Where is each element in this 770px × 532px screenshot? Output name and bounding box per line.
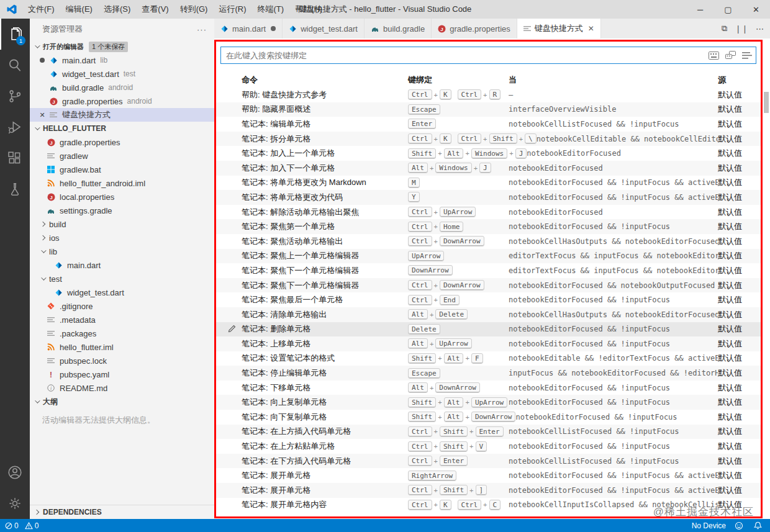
open-editor-item[interactable]: build.gradleandroid <box>30 81 214 94</box>
keybinding-row[interactable]: 笔记本: 删除单元格DeletenotebookEditorFocused &&… <box>214 322 763 337</box>
keybinding-row[interactable]: 笔记本: 聚焦下一个单元格编辑器DownArroweditorTextFocus… <box>214 263 763 278</box>
edit-pencil-icon[interactable] <box>228 325 236 335</box>
tab-键盘快捷方式[interactable]: 键盘快捷方式✕ <box>517 19 601 38</box>
more-actions-icon[interactable]: ⋯ <box>756 24 764 34</box>
keybinding-row[interactable]: 笔记本: 设置笔记本的格式Shift+Alt+FnotebookEditable… <box>214 351 763 366</box>
maximize-button[interactable]: ▢ <box>714 0 742 19</box>
open-shortcuts-json-icon[interactable]: ⧉ <box>722 24 727 34</box>
menu-item-t[interactable]: 终端(T) <box>251 4 289 14</box>
keybinding-row[interactable]: 笔记本: 将单元格更改为代码YnotebookEditorFocused && … <box>214 190 763 205</box>
outline-section-header[interactable]: 大纲 <box>30 395 214 408</box>
activity-run-debug-icon[interactable] <box>0 112 30 143</box>
keybinding-row[interactable]: 笔记本: 停止编辑单元格EscapeinputFocus && notebook… <box>214 366 763 381</box>
keybinding-row[interactable]: 笔记本: 聚焦最后一个单元格Ctrl+EndnotebookEditorFocu… <box>214 292 763 307</box>
keyboard-layouts-icon[interactable] <box>725 51 736 60</box>
close-icon[interactable]: ✕ <box>588 24 594 33</box>
tree-item[interactable]: Jgradle.properties <box>30 135 214 149</box>
keybinding-row[interactable]: 笔记本: 拆分单元格Ctrl+KCtrl+Shift+\notebookCell… <box>214 132 763 147</box>
feedback-icon[interactable] <box>735 521 745 530</box>
activity-explorer-icon[interactable]: 1 <box>0 19 30 50</box>
device-selector[interactable]: No Device <box>692 521 726 530</box>
activity-settings-icon[interactable] <box>0 488 30 519</box>
tree-item[interactable]: settings.gradle <box>30 204 214 217</box>
keybinding-row[interactable]: 帮助: 键盘快捷方式参考Ctrl+KCtrl+R—默认值 <box>214 88 763 102</box>
tree-item[interactable]: gradlew.bat <box>30 163 214 176</box>
tab-main-dart[interactable]: main.dart <box>214 19 283 38</box>
menu-item-f[interactable]: 文件(F) <box>22 4 60 14</box>
keybinding-row[interactable]: 笔记本: 清除单元格输出Alt+DeletenotebookCellHasOut… <box>214 307 763 322</box>
keybinding-row[interactable]: 帮助: 隐藏界面概述EscapeinterfaceOverviewVisible… <box>214 102 763 117</box>
keybinding-row[interactable]: 笔记本: 聚焦下一个单元格编辑器Ctrl+DownArrownotebookEd… <box>214 278 763 293</box>
keybinding-row[interactable]: 笔记本: 向下复制单元格Shift+Alt+DownArrownotebookE… <box>214 410 763 425</box>
tab-gradle-properties[interactable]: Jgradle.properties <box>432 19 517 38</box>
keybinding-row[interactable]: 笔记本: 聚焦活动单元格输出Ctrl+DownArrownotebookCell… <box>214 234 763 249</box>
tree-item[interactable]: .gitignore <box>30 299 214 313</box>
record-keys-icon[interactable] <box>709 52 719 60</box>
keybinding-row[interactable]: 笔记本: 解除活动单元格输出聚焦Ctrl+UpArrownotebookEdit… <box>214 205 763 220</box>
tree-item[interactable]: iREADME.md <box>30 381 214 395</box>
open-editor-item[interactable]: Jgradle.propertiesandroid <box>30 94 214 108</box>
keybinding-row[interactable]: 笔记本: 下移单元格Alt+DownArrownotebookEditorFoc… <box>214 381 763 395</box>
tree-item[interactable]: .packages <box>30 327 214 340</box>
menu-item-v[interactable]: 查看(V) <box>136 4 174 14</box>
activity-source-control-icon[interactable] <box>0 81 30 112</box>
column-source[interactable]: 源 <box>718 74 763 86</box>
keybinding-row[interactable]: 笔记本: 加入下一个单元格Alt+Windows+JnotebookEditor… <box>214 161 763 176</box>
activity-testing-icon[interactable] <box>0 174 30 205</box>
menu-item-s[interactable]: 选择(S) <box>98 4 136 14</box>
open-editor-item[interactable]: main.dartlib <box>30 53 214 67</box>
tab-widget_test-dart[interactable]: widget_test.dart <box>283 19 365 38</box>
tree-item[interactable]: gradlew <box>30 149 214 163</box>
tree-item[interactable]: .metadata <box>30 313 214 327</box>
tree-item[interactable]: widget_test.dart <box>30 286 214 299</box>
keybindings-search-input[interactable] <box>226 51 702 60</box>
problems-indicator[interactable]: 0 <box>5 521 19 530</box>
keybinding-row[interactable]: 笔记本: 上移单元格Alt+UpArrownotebookEditorFocus… <box>214 336 763 351</box>
tree-item-folder[interactable]: test <box>30 272 214 286</box>
split-editor-icon[interactable]: ❘❘ <box>735 24 748 34</box>
column-command[interactable]: 命令 <box>242 74 408 86</box>
keybinding-row[interactable]: 笔记本: 聚焦上一个单元格编辑器UpArroweditorTextFocus &… <box>214 249 763 264</box>
sidebar-more-actions-icon[interactable]: ··· <box>197 25 207 34</box>
keybinding-row[interactable]: 笔记本: 在下方插入代码单元格Ctrl+EnternotebookCellLis… <box>214 454 763 469</box>
close-icon[interactable]: ✕ <box>37 111 47 119</box>
keybinding-row[interactable]: 笔记本: 在上方插入代码单元格Ctrl+Shift+EnternotebookC… <box>214 425 763 440</box>
keybinding-row[interactable]: 笔记本: 聚焦第一个单元格Ctrl+HomenotebookEditorFocu… <box>214 219 763 234</box>
open-editor-item[interactable]: widget_test.darttest <box>30 67 214 81</box>
activity-extensions-icon[interactable] <box>0 143 30 174</box>
keybinding-row[interactable]: 笔记本: 加入上一个单元格Shift+Alt+Windows+Jnotebook… <box>214 146 763 161</box>
tree-item-folder[interactable]: lib <box>30 245 214 258</box>
keybinding-row[interactable]: 笔记本: 编辑单元格EnternotebookCellListFocused &… <box>214 117 763 132</box>
notifications-bell-icon[interactable] <box>754 521 764 530</box>
tab-build-gradle[interactable]: build.gradle <box>365 19 432 38</box>
keybinding-row[interactable]: 笔记本: 向上复制单元格Shift+Alt+UpArrownotebookEdi… <box>214 395 763 410</box>
scrollbar-thumb[interactable] <box>764 92 769 113</box>
minimize-button[interactable]: ─ <box>686 0 714 19</box>
keybinding-row[interactable]: 笔记本: 展开单元格RightArrownotebookEditorFocuse… <box>214 468 763 483</box>
keybinding-row[interactable]: 笔记本: 在上方粘贴单元格Ctrl+Shift+VnotebookEditorF… <box>214 439 763 454</box>
warnings-indicator[interactable]: 0 <box>25 521 39 530</box>
keybinding-row[interactable]: 笔记本: 展开单元格Ctrl+Shift+]notebookEditorFocu… <box>214 483 763 498</box>
tree-item[interactable]: !pubspec.yaml <box>30 367 214 381</box>
tree-item-folder[interactable]: ios <box>30 231 214 245</box>
menu-item-e[interactable]: 编辑(E) <box>60 4 98 14</box>
close-button[interactable]: ✕ <box>742 0 770 19</box>
column-when[interactable]: 当 <box>509 74 718 86</box>
open-editors-section-header[interactable]: 打开的编辑器 1 个未保存 <box>30 40 214 53</box>
column-keybinding[interactable]: 键绑定 <box>408 74 509 86</box>
open-editor-item[interactable]: ✕键盘快捷方式 <box>30 108 214 122</box>
tree-item[interactable]: Jlocal.properties <box>30 190 214 204</box>
tree-item-folder[interactable]: build <box>30 217 214 231</box>
tree-item[interactable]: hello_flutter_android.iml <box>30 176 214 190</box>
tree-item[interactable]: hello_flutter.iml <box>30 340 214 354</box>
tree-item[interactable]: main.dart <box>30 258 214 272</box>
activity-search-icon[interactable] <box>0 50 30 81</box>
dependencies-section-header[interactable]: DEPENDENCIES <box>30 505 214 519</box>
sort-by-precedence-icon[interactable] <box>742 52 752 60</box>
tree-item[interactable]: pubspec.lock <box>30 354 214 367</box>
activity-account-icon[interactable] <box>0 457 30 488</box>
project-section-header[interactable]: HELLO_FLUTTER <box>30 122 214 135</box>
menu-item-r[interactable]: 运行(R) <box>213 4 251 14</box>
keybinding-row[interactable]: 笔记本: 将单元格更改为 MarkdownMnotebookEditorFocu… <box>214 176 763 191</box>
menu-item-g[interactable]: 转到(G) <box>174 4 214 14</box>
